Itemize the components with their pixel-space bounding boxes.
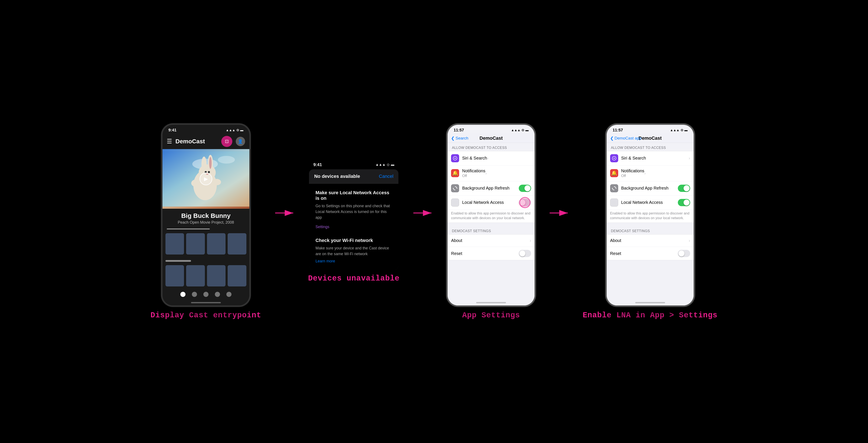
bgrefresh-toggle-3[interactable]	[519, 185, 531, 192]
grid-item-3[interactable]	[207, 233, 226, 254]
tab-dot-2[interactable]	[192, 292, 197, 297]
home-indicator-1	[191, 302, 221, 303]
notif-label-3: Notifications	[462, 168, 485, 173]
settings-row-bgrefresh-4[interactable]: Background App Refresh	[607, 181, 693, 195]
arrow-svg-3	[549, 207, 570, 219]
siri-chevron-3: ›	[487, 156, 489, 161]
section-header-4: ALLOW DEMOCAST TO ACCESS	[607, 143, 693, 151]
troubleshoot-section-1: Make sure Local Network Access is on Go …	[309, 184, 398, 233]
settings-row-notifications-3[interactable]: 🔔 Notifications Off ›	[447, 165, 534, 181]
grid-item-8[interactable]	[228, 265, 246, 286]
iphone-frame-4: 11:57 ▲▲▲ ⊙ ▬ ❮ DemoCast app DemoCast AL…	[606, 124, 695, 307]
time-4: 11:57	[613, 128, 623, 132]
notif-chevron-4: ›	[644, 171, 646, 176]
lna-toggle-4[interactable]	[678, 199, 690, 206]
settings-row-about-4[interactable]: About ›	[607, 234, 693, 247]
lna-icon-4	[610, 198, 618, 207]
hero-area: ▶	[162, 149, 249, 209]
lna-description-3: Enabled to allow this app permission to …	[447, 210, 534, 223]
settings-row-bgrefresh-3[interactable]: Background App Refresh	[447, 181, 534, 195]
bgrefresh-icon-3	[451, 184, 459, 192]
battery-icon-1: ▬	[240, 128, 243, 132]
content-grid-2	[162, 263, 249, 291]
movie-info: Big Buck Bunny Peach Open Movie Project,…	[162, 209, 249, 227]
siri-svg	[453, 156, 458, 161]
lna-description-4: Enabled to allow this app permission to …	[607, 210, 693, 223]
signal-4: ▲▲▲	[670, 128, 680, 132]
notif-chevron-3: ›	[485, 171, 487, 176]
grid-item-7[interactable]	[207, 265, 226, 286]
svg-point-12	[213, 179, 221, 185]
app-header-1: ☰ DemoCast ⊡ 👤	[162, 134, 249, 149]
lna-label-4: Local Network Access	[621, 200, 678, 205]
settings-row-lna-4[interactable]: Local Network Access	[607, 195, 693, 210]
settings-group-3-1: Siri & Search › 🔔 Notifications Off ›	[447, 151, 534, 223]
grid-row-1	[165, 233, 246, 254]
settings-row-about-3[interactable]: About ›	[447, 234, 534, 247]
notif-label-4: Notifications	[621, 168, 644, 173]
settings-row-reset-4[interactable]: Reset	[607, 247, 693, 260]
home-indicator-3	[476, 302, 506, 303]
settings-row-siri-4[interactable]: Siri & Search ›	[607, 151, 693, 165]
reset-toggle-4[interactable]	[678, 250, 690, 257]
progress-bar[interactable]	[167, 228, 210, 229]
notif-label-stack-4: Notifications Off	[621, 168, 644, 178]
hamburger-icon[interactable]: ☰	[167, 138, 172, 145]
content-grid	[162, 231, 249, 259]
popup-title: No devices available	[314, 173, 360, 179]
refresh-svg	[453, 186, 458, 191]
settings-group-4-2: About › Reset	[607, 234, 693, 260]
svg-point-2	[218, 156, 235, 164]
reset-toggle-3[interactable]	[519, 250, 531, 257]
cancel-button[interactable]: Cancel	[379, 173, 393, 179]
bgrefresh-thumb-3	[525, 185, 530, 191]
popup-time: 9:41	[313, 162, 322, 167]
settings-back-4[interactable]: ❮ DemoCast app	[610, 136, 642, 141]
back-label-4: DemoCast app	[615, 136, 642, 140]
settings-link[interactable]: Settings	[315, 225, 329, 229]
lna-toggle-track-3[interactable]	[519, 199, 531, 206]
cast-icon[interactable]: ⊡	[221, 136, 232, 147]
troubleshoot-section-2: Check your Wi-Fi network Make sure your …	[309, 233, 398, 270]
notifications-icon-3: 🔔	[451, 169, 459, 177]
bgrefresh-toggle-4[interactable]	[678, 185, 690, 192]
settings-row-siri-3[interactable]: Siri & Search ›	[447, 151, 534, 165]
settings-nav-4: ❮ DemoCast app DemoCast	[607, 133, 693, 143]
svg-marker-18	[457, 188, 458, 189]
caption-2: Devices unavailable	[308, 274, 400, 283]
grid-item-6[interactable]	[186, 265, 205, 286]
wifi-icon-1: ⊙	[237, 128, 239, 132]
play-button[interactable]: ▶	[199, 172, 212, 185]
status-icons-3: ▲▲▲ ⊙ ▬	[511, 128, 529, 132]
settings-row-notifications-4[interactable]: 🔔 Notifications Off ›	[607, 165, 693, 181]
bgrefresh-label-4: Background App Refresh	[621, 186, 678, 191]
grid-item-5[interactable]	[165, 265, 184, 286]
tab-dot-3[interactable]	[204, 292, 209, 297]
section-4: 11:57 ▲▲▲ ⊙ ▬ ❮ DemoCast app DemoCast AL…	[583, 124, 717, 320]
siri-icon-4	[610, 154, 618, 162]
grid-item-2[interactable]	[186, 233, 205, 254]
hero-image: ▶	[162, 149, 249, 209]
grid-item-4[interactable]	[228, 233, 246, 254]
tab-dot-4[interactable]	[215, 292, 220, 297]
tab-dot-5[interactable]	[226, 292, 231, 297]
tab-dot-1[interactable]	[180, 292, 185, 297]
svg-marker-23	[616, 188, 617, 189]
profile-icon[interactable]: 👤	[236, 137, 245, 146]
section-header-4-2: DEMOCAST SETTINGS	[607, 226, 693, 234]
tab-bar	[162, 290, 249, 299]
lna-icon-3	[451, 198, 459, 207]
settings-row-reset-3[interactable]: Reset	[447, 247, 534, 260]
grid-item-1[interactable]	[165, 233, 184, 254]
svg-point-7	[209, 157, 212, 169]
settings-back-3[interactable]: ❮ Search	[451, 136, 468, 141]
section-3: 11:57 ▲▲▲ ⊙ ▬ ❮ Search DemoCast ALLOW DE…	[446, 124, 536, 320]
settings-row-lna-3[interactable]: Local Network Access	[447, 195, 534, 210]
learn-more-link[interactable]: Learn more	[315, 259, 335, 263]
about-chevron-4: ›	[689, 238, 690, 243]
bgrefresh-icon-4	[610, 184, 618, 192]
bgrefresh-thumb-4	[684, 185, 689, 191]
lna-toggle-thumb-3	[519, 199, 525, 205]
arrow-svg-2	[412, 207, 434, 219]
lna-label-3: Local Network Access	[462, 200, 519, 205]
